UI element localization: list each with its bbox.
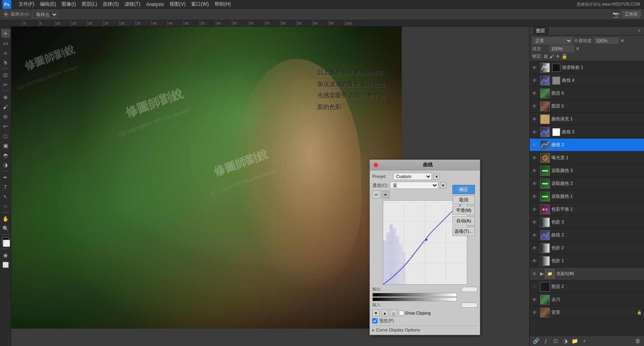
menu-file[interactable]: 文件(F)	[19, 1, 34, 8]
blend-mode-select[interactable]: 正常	[532, 37, 572, 44]
selection-tool[interactable]: ▭	[1, 39, 10, 48]
lasso-tool[interactable]: ⌾	[1, 48, 10, 57]
new-layer-btn[interactable]: +	[580, 337, 588, 345]
new-adjustment-btn[interactable]: ◑	[561, 337, 569, 345]
layer-item[interactable]: 👁 选取颜色 1	[530, 190, 644, 203]
menu-layer[interactable]: 图层(L)	[82, 1, 97, 8]
pen-tool[interactable]: ✒	[1, 173, 10, 182]
layer-visibility-icon[interactable]: 👁	[532, 258, 539, 264]
layer-item[interactable]: 👁 曲线 2	[530, 229, 644, 242]
layers-tab[interactable]: 图层	[533, 27, 549, 35]
layer-visibility-icon[interactable]: 👁	[532, 65, 539, 70]
auto-button[interactable]: 自动(A)	[452, 216, 475, 226]
group-collapse-icon[interactable]: ▶	[540, 271, 543, 276]
workspace-button[interactable]: 工作区	[622, 10, 641, 18]
blur-tool[interactable]: ◓	[1, 151, 10, 160]
layer-visibility-icon[interactable]: 👁	[532, 104, 539, 109]
layer-visibility-icon[interactable]: 👁	[532, 232, 539, 238]
background-color[interactable]	[3, 240, 10, 247]
input-value-input[interactable]	[461, 302, 477, 308]
panel-close-icon[interactable]: ✕	[637, 28, 641, 33]
show-clipping-checkbox[interactable]	[399, 311, 404, 316]
output-value-input[interactable]	[461, 287, 477, 292]
heal-tool[interactable]: ⊕	[1, 93, 10, 102]
add-style-btn[interactable]: ƒ	[542, 337, 550, 345]
zoom-tool[interactable]: 🔍	[1, 224, 10, 233]
layer-item[interactable]: 👁 色彩平衡 1	[530, 203, 644, 216]
curve-pencil-tool[interactable]: ✏	[372, 191, 380, 199]
layer-item[interactable]: 👁 选取颜色 2	[530, 177, 644, 190]
layer-visibility-icon[interactable]: 👁	[532, 284, 539, 290]
crop-tool[interactable]: ⊡	[1, 70, 10, 79]
layer-item[interactable]: 👁 图层 6	[530, 87, 644, 100]
layer-item[interactable]: 👁 颜色填充 1	[530, 113, 644, 126]
layer-group-item[interactable]: 👁 ▶ 📁 光影结构	[530, 267, 644, 280]
link-layers-btn[interactable]: 🔗	[532, 337, 540, 345]
slice-tool[interactable]: ✂	[1, 80, 10, 89]
layer-visibility-icon[interactable]: 👁	[532, 297, 539, 302]
brush-tool[interactable]: 🖌	[1, 102, 10, 111]
layer-visibility-icon[interactable]: 👁	[532, 207, 539, 212]
layer-visibility-icon[interactable]: 👁	[532, 91, 539, 96]
layer-visibility-icon[interactable]: 👁	[532, 168, 539, 174]
gray-point-eyedropper[interactable]: ▲	[381, 309, 388, 317]
lock-position-icon[interactable]: ✛	[556, 54, 560, 59]
layer-visibility-icon[interactable]: 👁	[532, 220, 539, 225]
menu-window[interactable]: 窗口(W)	[191, 1, 208, 8]
layer-visibility-icon[interactable]: 👁	[532, 181, 539, 186]
image-canvas[interactable]: 修圖師劉銳 QQ:120750601 WEIXIN: liuruips 修圖師劉…	[11, 27, 402, 329]
add-mask-btn[interactable]: ⊡	[551, 337, 559, 345]
fill-input[interactable]	[550, 46, 574, 52]
lock-all-icon[interactable]: 🔒	[561, 54, 568, 59]
move-tool[interactable]: ✛	[1, 29, 10, 38]
layer-item[interactable]: 👁 渐变映射 1	[530, 61, 644, 74]
menu-select[interactable]: 选择(S)	[103, 1, 119, 8]
lock-transparency-icon[interactable]: ⊞	[544, 54, 548, 59]
ok-button[interactable]: 确定	[452, 185, 475, 194]
channel-select[interactable]: 蓝	[390, 182, 438, 189]
layer-visibility-icon[interactable]: 👁	[532, 129, 539, 135]
layer-visibility-icon[interactable]: 👁	[532, 155, 539, 161]
layer-visibility-icon[interactable]: 👁	[532, 245, 539, 251]
white-point-eyedropper[interactable]: △	[390, 309, 397, 317]
menu-analysis[interactable]: Analysis	[146, 2, 164, 7]
move-tool-icon[interactable]: ✛	[3, 10, 8, 18]
curve-display-options[interactable]: ▸ Curve Display Options	[372, 325, 477, 332]
quick-select-tool[interactable]: 🖱	[1, 58, 10, 67]
shape-tool[interactable]: ◾	[1, 202, 10, 211]
layer-item[interactable]: 👁 曝光度 1	[530, 151, 644, 164]
history-brush[interactable]: ↩	[1, 122, 10, 131]
layer-item[interactable]: 👁 曲线 4	[530, 74, 644, 87]
layer-visibility-icon[interactable]: 👁	[532, 194, 539, 199]
layer-item[interactable]: 👁 图层 2	[530, 280, 644, 293]
fill-close[interactable]: ✕	[576, 46, 580, 52]
curve-pen-tool[interactable]: ✒	[382, 191, 390, 199]
layer-item[interactable]: 👁 色阶 2	[530, 242, 644, 255]
sample-size-select[interactable]: 取样点	[33, 11, 58, 18]
layer-visibility-icon[interactable]: 👁	[532, 310, 539, 315]
preset-dropdown-btn[interactable]: ▾	[433, 173, 440, 180]
lock-paint-icon[interactable]: 🖌	[549, 54, 554, 59]
menu-view[interactable]: 视图(V)	[169, 1, 186, 8]
text-tool[interactable]: T	[1, 182, 10, 191]
menu-help[interactable]: 帮助(H)	[215, 1, 231, 8]
new-group-btn[interactable]: 📁	[571, 337, 579, 345]
gradient-tool[interactable]: ▣	[1, 141, 10, 150]
hand-tool[interactable]: ✋	[1, 214, 10, 223]
preview-checkbox[interactable]	[372, 318, 378, 323]
stamp-tool[interactable]: ⊖	[1, 112, 10, 121]
dodge-tool[interactable]: ◑	[1, 160, 10, 169]
opacity-close[interactable]: ✕	[620, 38, 624, 44]
opacity-input[interactable]	[594, 37, 619, 44]
active-layer-item[interactable]: 👁 曲线 2	[530, 139, 644, 151]
menu-filter[interactable]: 滤镜(T)	[124, 1, 140, 8]
screen-mode[interactable]: ⬜	[1, 260, 10, 269]
channel-dropdown-btn[interactable]: ▾	[440, 182, 446, 189]
layer-visibility-icon[interactable]: 👁	[532, 78, 539, 83]
options-button[interactable]: 选项(T)...	[452, 227, 475, 236]
quick-mask[interactable]: ◉	[1, 251, 10, 259]
menu-edit[interactable]: 编辑(E)	[40, 1, 56, 8]
smooth-button[interactable]: 平滑(M)	[452, 206, 475, 215]
show-clipping-toggle[interactable]: Show Clipping	[399, 311, 431, 316]
dialog-close-button[interactable]: ✕	[373, 162, 379, 168]
